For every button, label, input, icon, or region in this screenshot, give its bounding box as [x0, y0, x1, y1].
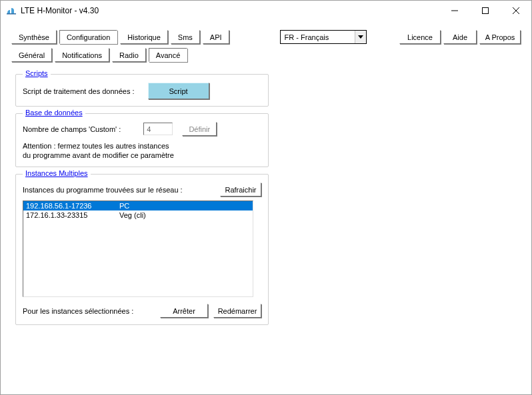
database-legend[interactable]: Base de données [23, 109, 85, 117]
instance-name: Veg (cli) [119, 211, 250, 219]
instance-address: 192.168.56.1-17236 [26, 202, 119, 210]
instances-list[interactable]: 192.168.56.1-17236 PC 172.16.1.33-23315 … [23, 200, 253, 297]
maximize-button[interactable] [470, 1, 501, 21]
subtab-radio[interactable]: Radio [112, 48, 146, 62]
language-select[interactable]: FR - Français [280, 30, 367, 44]
instance-name: PC [119, 202, 250, 210]
subtab-general[interactable]: Général [11, 48, 52, 62]
instances-found-label: Instances du programme trouvées sur le r… [23, 186, 183, 194]
svg-marker-5 [358, 35, 363, 39]
sub-toolbar: Général Notifications Radio Avancé [1, 45, 531, 63]
db-warning: Attention : fermez toutes les autres ins… [23, 141, 261, 160]
top-toolbar: Synthèse Configuration Historique Sms AP… [1, 27, 531, 45]
tab-historique[interactable]: Historique [120, 30, 168, 44]
chevron-down-icon [355, 31, 366, 43]
scripts-legend[interactable]: Scripts [23, 69, 51, 77]
subtab-avance[interactable]: Avancé [149, 48, 188, 62]
window-title: LTE H-Monitor - v4.30 [21, 6, 99, 15]
subtab-notifications[interactable]: Notifications [55, 48, 109, 62]
apropos-button[interactable]: A Propos [479, 30, 521, 44]
refresh-button[interactable]: Rafraichir [220, 183, 261, 197]
instance-address: 172.16.1.33-23315 [26, 211, 119, 219]
instances-legend[interactable]: Instances Multiples [23, 169, 91, 177]
scripts-group: Scripts Script de traitement des données… [15, 74, 269, 107]
svg-rect-0 [7, 13, 16, 15]
list-item[interactable]: 172.16.1.33-23315 Veg (cli) [23, 210, 253, 220]
list-item[interactable]: 192.168.56.1-17236 PC [23, 201, 253, 210]
tab-sms[interactable]: Sms [171, 30, 200, 44]
tab-configuration[interactable]: Configuration [59, 30, 117, 44]
instances-group: Instances Multiples Instances du program… [15, 174, 269, 325]
language-value: FR - Français [281, 33, 355, 41]
selected-instances-label: Pour les instances sélectionnées : [23, 307, 133, 315]
restart-button[interactable]: Redémarrer [213, 304, 261, 318]
script-button[interactable]: Script [148, 83, 209, 99]
app-icon [6, 5, 17, 16]
licence-button[interactable]: Licence [399, 30, 441, 44]
content-area: Scripts Script de traitement des données… [1, 63, 531, 325]
custom-fields-label: Nombre de champs 'Custom' : [23, 125, 121, 133]
stop-button[interactable]: Arrêter [160, 304, 208, 318]
close-button[interactable] [501, 1, 531, 21]
scripts-label: Script de traitement des données : [23, 87, 135, 95]
app-window: LTE H-Monitor - v4.30 Synthèse Configura… [0, 0, 532, 395]
db-warning-line1: Attention : fermez toutes les autres ins… [23, 141, 261, 151]
aide-button[interactable]: Aide [443, 30, 477, 44]
define-button: Définir [182, 122, 217, 136]
svg-rect-2 [483, 8, 489, 14]
minimize-button[interactable] [439, 1, 470, 21]
tab-synthese[interactable]: Synthèse [11, 30, 57, 44]
database-group: Base de données Nombre de champs 'Custom… [15, 113, 269, 167]
titlebar: LTE H-Monitor - v4.30 [1, 1, 531, 21]
tab-api[interactable]: API [203, 30, 229, 44]
db-warning-line2: du programme avant de modifier ce paramè… [23, 151, 261, 160]
custom-fields-input[interactable] [143, 123, 173, 135]
